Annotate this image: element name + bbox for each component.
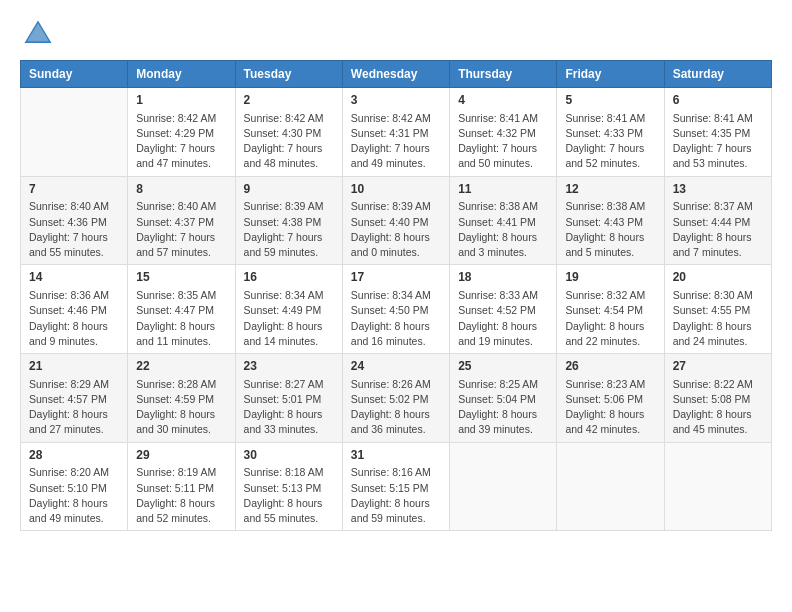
calendar-day-cell: 4Sunrise: 8:41 AMSunset: 4:32 PMDaylight…	[450, 88, 557, 177]
day-info: Sunrise: 8:35 AMSunset: 4:47 PMDaylight:…	[136, 288, 226, 349]
day-number: 26	[565, 358, 655, 375]
day-number: 6	[673, 92, 763, 109]
calendar-day-cell: 17Sunrise: 8:34 AMSunset: 4:50 PMDayligh…	[342, 265, 449, 354]
day-number: 13	[673, 181, 763, 198]
empty-cell	[557, 442, 664, 531]
day-number: 31	[351, 447, 441, 464]
calendar-week-row: 28Sunrise: 8:20 AMSunset: 5:10 PMDayligh…	[21, 442, 772, 531]
day-info: Sunrise: 8:36 AMSunset: 4:46 PMDaylight:…	[29, 288, 119, 349]
day-number: 29	[136, 447, 226, 464]
col-header-monday: Monday	[128, 61, 235, 88]
day-info: Sunrise: 8:34 AMSunset: 4:49 PMDaylight:…	[244, 288, 334, 349]
day-info: Sunrise: 8:16 AMSunset: 5:15 PMDaylight:…	[351, 465, 441, 526]
calendar-day-cell: 25Sunrise: 8:25 AMSunset: 5:04 PMDayligh…	[450, 354, 557, 443]
day-info: Sunrise: 8:41 AMSunset: 4:32 PMDaylight:…	[458, 111, 548, 172]
day-info: Sunrise: 8:27 AMSunset: 5:01 PMDaylight:…	[244, 377, 334, 438]
col-header-wednesday: Wednesday	[342, 61, 449, 88]
day-info: Sunrise: 8:19 AMSunset: 5:11 PMDaylight:…	[136, 465, 226, 526]
day-info: Sunrise: 8:42 AMSunset: 4:29 PMDaylight:…	[136, 111, 226, 172]
empty-cell	[664, 442, 771, 531]
calendar-day-cell: 13Sunrise: 8:37 AMSunset: 4:44 PMDayligh…	[664, 176, 771, 265]
day-info: Sunrise: 8:30 AMSunset: 4:55 PMDaylight:…	[673, 288, 763, 349]
day-info: Sunrise: 8:41 AMSunset: 4:33 PMDaylight:…	[565, 111, 655, 172]
day-info: Sunrise: 8:29 AMSunset: 4:57 PMDaylight:…	[29, 377, 119, 438]
day-info: Sunrise: 8:23 AMSunset: 5:06 PMDaylight:…	[565, 377, 655, 438]
day-info: Sunrise: 8:37 AMSunset: 4:44 PMDaylight:…	[673, 199, 763, 260]
calendar-day-cell: 20Sunrise: 8:30 AMSunset: 4:55 PMDayligh…	[664, 265, 771, 354]
calendar-day-cell: 26Sunrise: 8:23 AMSunset: 5:06 PMDayligh…	[557, 354, 664, 443]
day-info: Sunrise: 8:32 AMSunset: 4:54 PMDaylight:…	[565, 288, 655, 349]
empty-cell	[21, 88, 128, 177]
svg-marker-1	[27, 23, 49, 41]
day-info: Sunrise: 8:20 AMSunset: 5:10 PMDaylight:…	[29, 465, 119, 526]
calendar-day-cell: 10Sunrise: 8:39 AMSunset: 4:40 PMDayligh…	[342, 176, 449, 265]
calendar-day-cell: 14Sunrise: 8:36 AMSunset: 4:46 PMDayligh…	[21, 265, 128, 354]
day-number: 20	[673, 269, 763, 286]
day-number: 10	[351, 181, 441, 198]
day-info: Sunrise: 8:39 AMSunset: 4:38 PMDaylight:…	[244, 199, 334, 260]
day-number: 18	[458, 269, 548, 286]
day-number: 19	[565, 269, 655, 286]
empty-cell	[450, 442, 557, 531]
day-number: 30	[244, 447, 334, 464]
col-header-friday: Friday	[557, 61, 664, 88]
day-number: 12	[565, 181, 655, 198]
calendar-day-cell: 31Sunrise: 8:16 AMSunset: 5:15 PMDayligh…	[342, 442, 449, 531]
day-info: Sunrise: 8:38 AMSunset: 4:43 PMDaylight:…	[565, 199, 655, 260]
day-number: 5	[565, 92, 655, 109]
calendar-header-row: SundayMondayTuesdayWednesdayThursdayFrid…	[21, 61, 772, 88]
logo	[20, 16, 60, 52]
calendar-week-row: 14Sunrise: 8:36 AMSunset: 4:46 PMDayligh…	[21, 265, 772, 354]
calendar-day-cell: 12Sunrise: 8:38 AMSunset: 4:43 PMDayligh…	[557, 176, 664, 265]
col-header-sunday: Sunday	[21, 61, 128, 88]
calendar-day-cell: 29Sunrise: 8:19 AMSunset: 5:11 PMDayligh…	[128, 442, 235, 531]
day-info: Sunrise: 8:42 AMSunset: 4:30 PMDaylight:…	[244, 111, 334, 172]
day-info: Sunrise: 8:39 AMSunset: 4:40 PMDaylight:…	[351, 199, 441, 260]
day-number: 4	[458, 92, 548, 109]
calendar-day-cell: 6Sunrise: 8:41 AMSunset: 4:35 PMDaylight…	[664, 88, 771, 177]
day-info: Sunrise: 8:42 AMSunset: 4:31 PMDaylight:…	[351, 111, 441, 172]
day-number: 25	[458, 358, 548, 375]
calendar-day-cell: 9Sunrise: 8:39 AMSunset: 4:38 PMDaylight…	[235, 176, 342, 265]
day-number: 9	[244, 181, 334, 198]
calendar-table: SundayMondayTuesdayWednesdayThursdayFrid…	[20, 60, 772, 531]
day-number: 22	[136, 358, 226, 375]
calendar-day-cell: 22Sunrise: 8:28 AMSunset: 4:59 PMDayligh…	[128, 354, 235, 443]
day-info: Sunrise: 8:26 AMSunset: 5:02 PMDaylight:…	[351, 377, 441, 438]
col-header-tuesday: Tuesday	[235, 61, 342, 88]
calendar-week-row: 1Sunrise: 8:42 AMSunset: 4:29 PMDaylight…	[21, 88, 772, 177]
day-info: Sunrise: 8:18 AMSunset: 5:13 PMDaylight:…	[244, 465, 334, 526]
calendar-day-cell: 8Sunrise: 8:40 AMSunset: 4:37 PMDaylight…	[128, 176, 235, 265]
calendar-day-cell: 15Sunrise: 8:35 AMSunset: 4:47 PMDayligh…	[128, 265, 235, 354]
calendar-day-cell: 7Sunrise: 8:40 AMSunset: 4:36 PMDaylight…	[21, 176, 128, 265]
day-info: Sunrise: 8:41 AMSunset: 4:35 PMDaylight:…	[673, 111, 763, 172]
calendar-day-cell: 24Sunrise: 8:26 AMSunset: 5:02 PMDayligh…	[342, 354, 449, 443]
calendar-week-row: 21Sunrise: 8:29 AMSunset: 4:57 PMDayligh…	[21, 354, 772, 443]
day-number: 15	[136, 269, 226, 286]
day-number: 24	[351, 358, 441, 375]
calendar-day-cell: 5Sunrise: 8:41 AMSunset: 4:33 PMDaylight…	[557, 88, 664, 177]
day-number: 8	[136, 181, 226, 198]
day-number: 21	[29, 358, 119, 375]
day-number: 16	[244, 269, 334, 286]
day-number: 14	[29, 269, 119, 286]
day-number: 3	[351, 92, 441, 109]
day-info: Sunrise: 8:40 AMSunset: 4:36 PMDaylight:…	[29, 199, 119, 260]
calendar-day-cell: 27Sunrise: 8:22 AMSunset: 5:08 PMDayligh…	[664, 354, 771, 443]
day-number: 1	[136, 92, 226, 109]
calendar-day-cell: 23Sunrise: 8:27 AMSunset: 5:01 PMDayligh…	[235, 354, 342, 443]
page-header	[20, 16, 772, 52]
calendar-day-cell: 19Sunrise: 8:32 AMSunset: 4:54 PMDayligh…	[557, 265, 664, 354]
day-number: 7	[29, 181, 119, 198]
col-header-thursday: Thursday	[450, 61, 557, 88]
calendar-day-cell: 21Sunrise: 8:29 AMSunset: 4:57 PMDayligh…	[21, 354, 128, 443]
day-number: 28	[29, 447, 119, 464]
calendar-day-cell: 16Sunrise: 8:34 AMSunset: 4:49 PMDayligh…	[235, 265, 342, 354]
day-info: Sunrise: 8:28 AMSunset: 4:59 PMDaylight:…	[136, 377, 226, 438]
day-number: 11	[458, 181, 548, 198]
calendar-day-cell: 2Sunrise: 8:42 AMSunset: 4:30 PMDaylight…	[235, 88, 342, 177]
calendar-day-cell: 30Sunrise: 8:18 AMSunset: 5:13 PMDayligh…	[235, 442, 342, 531]
calendar-day-cell: 18Sunrise: 8:33 AMSunset: 4:52 PMDayligh…	[450, 265, 557, 354]
calendar-day-cell: 11Sunrise: 8:38 AMSunset: 4:41 PMDayligh…	[450, 176, 557, 265]
day-info: Sunrise: 8:34 AMSunset: 4:50 PMDaylight:…	[351, 288, 441, 349]
